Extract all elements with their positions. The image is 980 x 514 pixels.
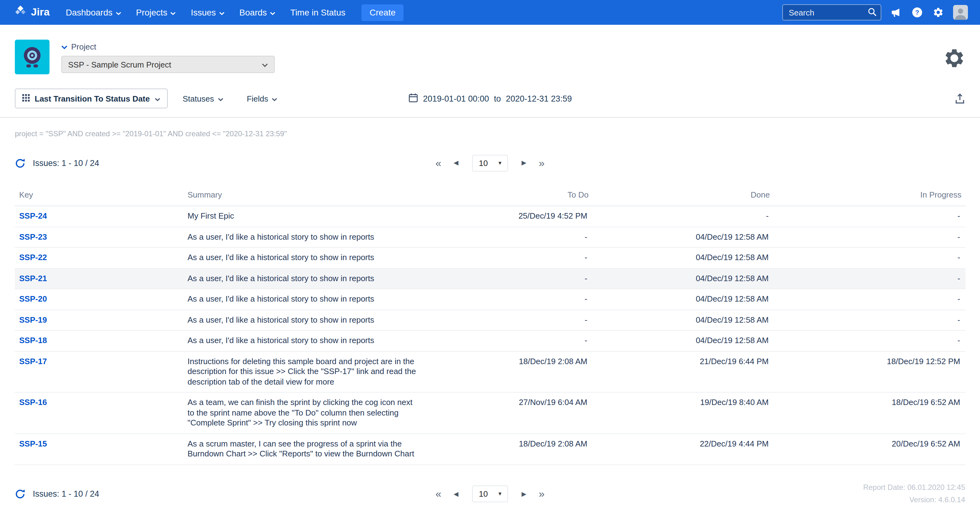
page: Jira Dashboards Projects Issues Boards T… bbox=[0, 0, 980, 514]
table-header-row: Key Summary To Do Done In Progress bbox=[15, 185, 965, 206]
issue-summary: As a user, I'd like a historical story t… bbox=[188, 253, 418, 263]
table-row: SSP-21 As a user, I'd like a historical … bbox=[15, 268, 965, 289]
issue-key-link[interactable]: SSP-17 bbox=[19, 356, 47, 366]
table-row: SSP-24 My First Epic 25/Dec/19 4:52 PM -… bbox=[15, 206, 965, 227]
table-row: SSP-23 As a user, I'd like a historical … bbox=[15, 227, 965, 247]
issue-summary: As a scrum master, I can see the progres… bbox=[188, 439, 418, 459]
issue-key-link[interactable]: SSP-23 bbox=[19, 232, 47, 241]
issue-todo: - bbox=[584, 273, 587, 283]
last-page-icon[interactable]: » bbox=[539, 158, 545, 168]
user-avatar[interactable] bbox=[953, 5, 967, 20]
issue-key-link[interactable]: SSP-19 bbox=[19, 315, 47, 324]
issue-done: 21/Dec/19 6:44 PM bbox=[700, 356, 768, 366]
help-icon[interactable]: ? bbox=[911, 6, 923, 19]
issue-inprogress: - bbox=[958, 336, 960, 345]
nav-item-issues[interactable]: Issues bbox=[191, 8, 225, 18]
create-button[interactable]: Create bbox=[361, 4, 404, 21]
chevron-down-icon bbox=[61, 42, 67, 51]
issues-table-body: SSP-24 My First Epic 25/Dec/19 4:52 PM -… bbox=[15, 206, 965, 465]
last-page-icon[interactable]: » bbox=[539, 488, 545, 499]
issue-done: 04/Dec/19 12:58 AM bbox=[695, 315, 768, 324]
issue-summary: As a user, I'd like a historical story t… bbox=[188, 336, 418, 346]
nav-item-time-in-status[interactable]: Time in Status bbox=[290, 8, 345, 18]
issues-bar-bottom: Issues: 1 - 10 / 24 « ◀ 10 ▼ ▶ » Report … bbox=[15, 482, 965, 506]
prev-page-icon[interactable]: ◀ bbox=[453, 160, 458, 166]
date-separator: to bbox=[494, 94, 501, 103]
jira-logo[interactable]: Jira bbox=[14, 4, 50, 21]
table-row: SSP-22 As a user, I'd like a historical … bbox=[15, 247, 965, 268]
report-settings-gear-icon[interactable] bbox=[943, 47, 965, 72]
table-row: SSP-16 As a team, we can finish the spri… bbox=[15, 392, 965, 434]
issue-done: 22/Dec/19 4:44 PM bbox=[700, 439, 768, 448]
chevron-down-icon bbox=[270, 8, 275, 18]
chevron-down-icon bbox=[218, 94, 223, 103]
issue-key-link[interactable]: SSP-15 bbox=[19, 439, 47, 448]
issue-inprogress: - bbox=[958, 294, 960, 303]
next-page-icon[interactable]: ▶ bbox=[522, 491, 527, 497]
first-page-icon[interactable]: « bbox=[435, 158, 441, 168]
nav-right-cluster: ? bbox=[782, 4, 967, 21]
issue-inprogress: - bbox=[958, 211, 960, 220]
report-toolbar: Last Transition To Status Date Statuses … bbox=[15, 89, 965, 109]
header-todo: To Do bbox=[422, 185, 592, 206]
issue-inprogress: 18/Dec/19 6:52 AM bbox=[892, 397, 960, 407]
chevron-down-icon bbox=[170, 8, 176, 18]
project-select[interactable]: SSP - Sample Scrum Project bbox=[61, 56, 275, 73]
page-size-value: 10 bbox=[479, 158, 488, 168]
nav-item-boards[interactable]: Boards bbox=[240, 8, 276, 18]
search-icon[interactable] bbox=[867, 8, 877, 19]
header-done: Done bbox=[592, 185, 773, 206]
project-select-value: SSP - Sample Scrum Project bbox=[68, 60, 171, 69]
issue-inprogress: - bbox=[958, 232, 960, 241]
statuses-dropdown[interactable]: Statuses bbox=[183, 94, 223, 103]
issues-count-label: Issues: 1 - 10 / 24 bbox=[33, 489, 99, 498]
issue-key-link[interactable]: SSP-18 bbox=[19, 336, 47, 345]
page-size-select[interactable]: 10 ▼ bbox=[472, 155, 508, 171]
issue-summary: Instructions for deleting this sample bo… bbox=[188, 356, 418, 387]
issue-inprogress: 20/Dec/19 6:52 AM bbox=[892, 439, 960, 448]
report-footer: Report Date: 06.01.2020 12:45 Version: 4… bbox=[863, 482, 965, 506]
chevron-down-icon bbox=[219, 8, 225, 18]
issue-key-link[interactable]: SSP-22 bbox=[19, 253, 47, 262]
date-range-picker[interactable]: 2019-01-01 00:00 to 2020-12-31 23:59 bbox=[408, 93, 572, 104]
report-type-button[interactable]: Last Transition To Status Date bbox=[15, 89, 168, 109]
issue-summary: As a user, I'd like a historical story t… bbox=[188, 232, 418, 242]
nav-item-dashboards[interactable]: Dashboards bbox=[66, 8, 121, 18]
fields-dropdown[interactable]: Fields bbox=[247, 94, 277, 103]
issue-inprogress: - bbox=[958, 253, 960, 262]
issue-summary: As a user, I'd like a historical story t… bbox=[188, 294, 418, 304]
issue-done: 04/Dec/19 12:58 AM bbox=[695, 336, 768, 345]
prev-page-icon[interactable]: ◀ bbox=[453, 491, 458, 497]
issue-key-link[interactable]: SSP-24 bbox=[19, 211, 47, 220]
issue-done: 04/Dec/19 12:58 AM bbox=[695, 253, 768, 262]
first-page-icon[interactable]: « bbox=[435, 488, 441, 499]
search-input[interactable] bbox=[782, 4, 881, 21]
project-section-toggle[interactable]: Project bbox=[61, 40, 275, 51]
issue-summary: My First Epic bbox=[188, 211, 418, 221]
announcement-icon[interactable] bbox=[889, 6, 902, 19]
header-key: Key bbox=[15, 185, 183, 206]
settings-gear-icon[interactable] bbox=[932, 6, 944, 19]
issue-todo: 18/Dec/19 2:08 AM bbox=[519, 356, 587, 366]
export-icon[interactable] bbox=[954, 93, 965, 104]
issue-done: 04/Dec/19 12:58 AM bbox=[695, 232, 768, 241]
next-page-icon[interactable]: ▶ bbox=[522, 160, 527, 166]
refresh-icon[interactable] bbox=[15, 488, 25, 499]
issue-todo: - bbox=[584, 294, 587, 303]
issue-key-link[interactable]: SSP-21 bbox=[19, 273, 47, 283]
page-size-select[interactable]: 10 ▼ bbox=[472, 485, 508, 502]
issue-done: 04/Dec/19 12:58 AM bbox=[695, 273, 768, 283]
date-to: 2020-12-31 23:59 bbox=[506, 94, 572, 103]
issues-count-label: Issues: 1 - 10 / 24 bbox=[33, 158, 99, 168]
refresh-icon[interactable] bbox=[15, 158, 25, 168]
page-size-value: 10 bbox=[479, 489, 488, 498]
chevron-down-icon bbox=[155, 94, 160, 103]
issue-key-link[interactable]: SSP-20 bbox=[19, 294, 47, 303]
date-from: 2019-01-01 00:00 bbox=[423, 94, 489, 103]
issues-bar-top: Issues: 1 - 10 / 24 « ◀ 10 ▼ ▶ » bbox=[15, 151, 965, 175]
caret-down-icon: ▼ bbox=[498, 491, 503, 496]
nav-item-projects[interactable]: Projects bbox=[136, 8, 176, 18]
issue-key-link[interactable]: SSP-16 bbox=[19, 397, 47, 407]
section-divider bbox=[0, 117, 980, 118]
issue-todo: 25/Dec/19 4:52 PM bbox=[518, 211, 587, 220]
